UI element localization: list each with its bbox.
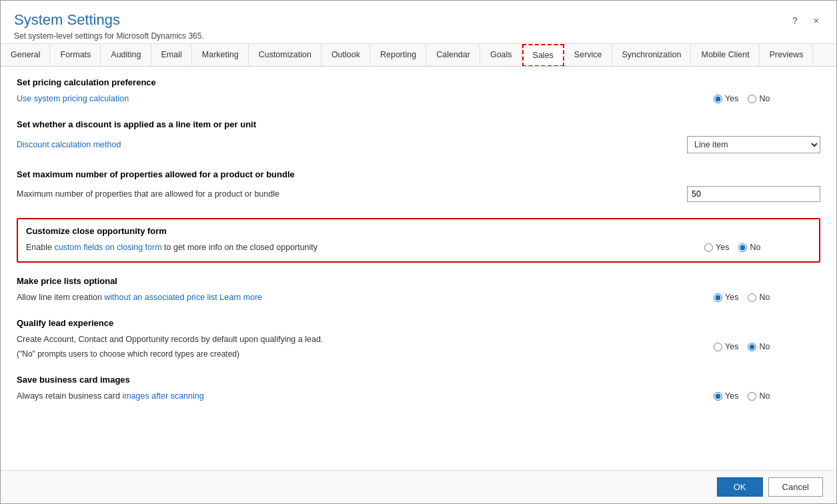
price-lists-yes-option[interactable]: Yes [714, 293, 738, 302]
tab-calendar[interactable]: Calendar [426, 44, 480, 66]
close-opp-yes-radio[interactable] [704, 243, 713, 252]
tab-email[interactable]: Email [151, 44, 192, 66]
price-lists-row: Allow line item creation without an asso… [17, 290, 820, 305]
business-card-desc: Always retain business card images after… [17, 391, 204, 401]
section-pricing: Set pricing calculation preference Use s… [17, 77, 820, 106]
tab-general[interactable]: General [1, 44, 50, 66]
business-card-title: Save business card images [17, 375, 820, 385]
close-opp-yes-label: Yes [716, 243, 729, 252]
content-area: Set pricing calculation preference Use s… [1, 67, 836, 470]
qualify-lead-no-label: No [759, 342, 770, 351]
qualify-lead-yes-option[interactable]: Yes [714, 342, 738, 351]
section-qualify-lead: Qualify lead experience Create Account, … [17, 318, 820, 361]
pricing-no-option[interactable]: No [748, 94, 770, 103]
section-price-lists: Make price lists optional Allow line ite… [17, 276, 820, 305]
properties-title: Set maximum number of properties allowed… [17, 169, 820, 179]
qualify-lead-radio-group: Yes No [714, 342, 820, 351]
pricing-no-radio[interactable] [748, 95, 756, 103]
close-opp-radio-group: Yes No [704, 243, 811, 252]
qualify-lead-desc: Create Account, Contact and Opportunity … [17, 335, 323, 344]
cancel-button[interactable]: Cancel [768, 477, 823, 497]
discount-label: Discount calculation method [17, 140, 121, 149]
properties-row: Maximum number of properties that are al… [17, 183, 820, 205]
ok-button[interactable]: OK [717, 477, 763, 497]
discount-row: Discount calculation method Line item Pe… [17, 133, 820, 156]
discount-dropdown[interactable]: Line item Per unit [687, 136, 820, 153]
pricing-row: Use system pricing calculation Yes No [17, 91, 820, 106]
tab-reporting[interactable]: Reporting [370, 44, 426, 66]
pricing-label: Use system pricing calculation [17, 94, 129, 103]
price-lists-no-option[interactable]: No [748, 293, 770, 302]
properties-input[interactable] [687, 186, 820, 202]
title-area: System Settings Set system-level setting… [14, 11, 204, 41]
title-bar: System Settings Set system-level setting… [1, 1, 836, 44]
pricing-yes-label: Yes [725, 94, 738, 103]
business-card-radio-group: Yes No [714, 391, 820, 401]
price-lists-yes-radio[interactable] [714, 293, 722, 302]
price-lists-desc: Allow line item creation without an asso… [17, 293, 262, 302]
pricing-yes-radio[interactable] [714, 95, 722, 103]
section-properties: Set maximum number of properties allowed… [17, 169, 820, 205]
tab-synchronization[interactable]: Synchronization [612, 44, 692, 66]
qualify-lead-yes-label: Yes [725, 342, 738, 351]
qualify-lead-desc-wrap: Create Account, Contact and Opportunity … [17, 335, 323, 359]
qualify-lead-note: ("No" prompts users to choose which reco… [17, 349, 323, 359]
pricing-yes-option[interactable]: Yes [714, 94, 738, 103]
dialog-title: System Settings [14, 11, 204, 29]
qualify-lead-row: Create Account, Contact and Opportunity … [17, 332, 820, 361]
close-opp-no-radio[interactable] [738, 243, 747, 252]
price-lists-no-radio[interactable] [748, 293, 756, 302]
pricing-title: Set pricing calculation preference [17, 77, 820, 87]
tab-previews[interactable]: Previews [760, 44, 814, 66]
close-button[interactable]: × [810, 14, 823, 27]
section-discount: Set whether a discount is applied as a l… [17, 119, 820, 156]
discount-dropdown-wrap: Line item Per unit [687, 136, 820, 153]
tab-service[interactable]: Service [564, 44, 612, 66]
price-lists-yes-label: Yes [725, 293, 738, 302]
close-opp-no-label: No [750, 243, 760, 252]
close-opp-row: Enable custom fields on closing form to … [26, 240, 811, 255]
price-lists-link[interactable]: without an associated price list [104, 293, 217, 302]
qualify-lead-title: Qualify lead experience [17, 318, 820, 328]
tabs-bar: General Formats Auditing Email Marketing… [1, 44, 836, 67]
help-button[interactable]: ? [788, 14, 802, 27]
close-opp-title: Customize close opportunity form [26, 226, 811, 236]
tab-customization[interactable]: Customization [249, 44, 321, 66]
tab-goals[interactable]: Goals [480, 44, 522, 66]
tab-auditing[interactable]: Auditing [101, 44, 151, 66]
price-lists-no-label: No [759, 293, 770, 302]
section-close-opportunity: Customize close opportunity form Enable … [17, 218, 820, 263]
system-settings-dialog: System Settings Set system-level setting… [0, 0, 837, 504]
business-card-no-option[interactable]: No [748, 391, 770, 401]
footer-bar: OK Cancel [1, 470, 836, 503]
business-card-yes-radio[interactable] [714, 392, 722, 401]
business-card-row: Always retain business card images after… [17, 389, 820, 403]
business-card-no-label: No [759, 391, 770, 401]
price-lists-title: Make price lists optional [17, 276, 820, 286]
tab-marketing[interactable]: Marketing [192, 44, 249, 66]
business-card-yes-label: Yes [725, 391, 738, 401]
close-opp-no-option[interactable]: No [738, 243, 760, 252]
title-controls: ? × [788, 14, 823, 27]
close-opp-yes-option[interactable]: Yes [704, 243, 729, 252]
section-business-card: Save business card images Always retain … [17, 375, 820, 403]
business-card-link[interactable]: images after scanning [122, 391, 203, 401]
tab-outlook[interactable]: Outlook [321, 44, 370, 66]
business-card-yes-option[interactable]: Yes [714, 391, 738, 401]
close-opp-desc: Enable custom fields on closing form to … [26, 243, 317, 252]
tab-sales[interactable]: Sales [522, 44, 564, 67]
price-lists-learn-more[interactable]: Learn more [219, 293, 262, 302]
tab-mobile-client[interactable]: Mobile Client [691, 44, 759, 66]
price-lists-radio-group: Yes No [714, 293, 820, 302]
dialog-subtitle: Set system-level settings for Microsoft … [14, 31, 204, 41]
pricing-no-label: No [759, 94, 770, 103]
close-opp-link[interactable]: custom fields on closing form [54, 243, 161, 252]
qualify-lead-no-option[interactable]: No [748, 342, 770, 351]
properties-label: Maximum number of properties that are al… [17, 189, 279, 199]
qualify-lead-yes-radio[interactable] [714, 343, 722, 351]
business-card-no-radio[interactable] [748, 392, 756, 401]
discount-title: Set whether a discount is applied as a l… [17, 119, 820, 129]
pricing-radio-group: Yes No [714, 94, 820, 103]
tab-formats[interactable]: Formats [50, 44, 101, 66]
qualify-lead-no-radio[interactable] [748, 343, 756, 351]
